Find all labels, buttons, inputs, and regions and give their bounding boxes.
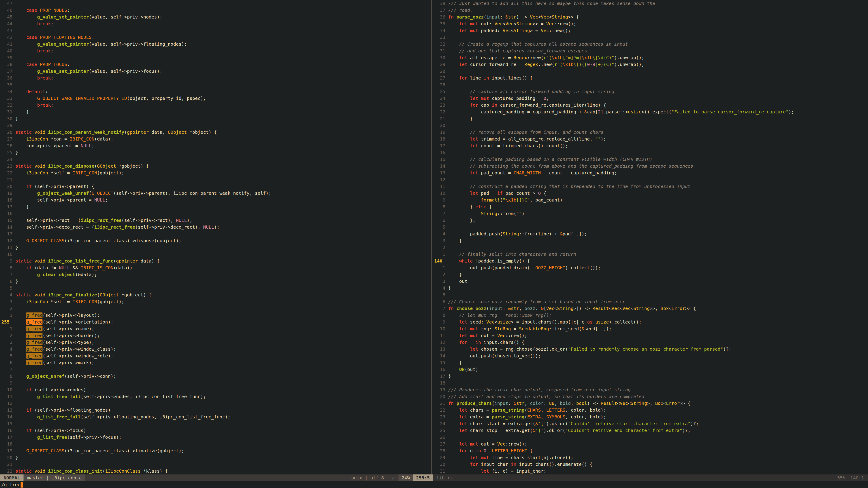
- code-line[interactable]: 2: [433, 244, 868, 251]
- code-line[interactable]: 7fn choose_oozz(input: &str, oozz: &[Vec…: [433, 305, 868, 312]
- code-line[interactable]: 21: [0, 176, 430, 183]
- code-line[interactable]: 19 g_object_weak_unref(G_OBJECT(self->pr…: [0, 190, 430, 197]
- code-line[interactable]: 18 let trimmed = all_escape_re.replace_a…: [433, 135, 868, 142]
- code-line[interactable]: 2 g_free(self->priv->border);: [0, 332, 430, 339]
- code-line[interactable]: 21fn produce_chars(input: &str, color: u…: [433, 400, 868, 407]
- code-line[interactable]: 23 for cap in cursor_forward_re.captures…: [433, 102, 868, 108]
- code-line[interactable]: 9static void i3ipc_con_list_free_func(gp…: [0, 258, 430, 264]
- code-line[interactable]: 46 case PROP_NODES:: [0, 7, 430, 13]
- code-line[interactable]: 36 break;: [0, 74, 430, 81]
- code-line[interactable]: 7: [0, 366, 430, 373]
- code-line[interactable]: 4static void i3ipc_con_finalize(GObject …: [0, 291, 430, 298]
- code-line[interactable]: 23 let extra = parse_string(EXTRA, SYMBO…: [433, 414, 868, 420]
- code-line[interactable]: 8 g_object_unref(self->priv->conn);: [0, 373, 430, 380]
- code-line[interactable]: 36fn parse_oozz(input: &str) -> Vec<Vec<…: [433, 13, 868, 20]
- code-pane-right[interactable]: 38/// Just wanted to add all this here s…: [433, 0, 868, 475]
- code-line[interactable]: 1 g_free(self->priv->layout);: [0, 312, 430, 319]
- code-line[interactable]: 10: [0, 251, 430, 258]
- code-line[interactable]: 23static void i3ipc_con_dispose(GObject …: [0, 163, 430, 169]
- code-line[interactable]: 9: [0, 380, 430, 386]
- code-line[interactable]: 24 let chars_start = extra.get(&'[').ok_…: [433, 420, 868, 427]
- code-line[interactable]: 43: [0, 27, 430, 34]
- code-line[interactable]: 40 break;: [0, 47, 430, 54]
- code-line[interactable]: 3 i3ipcCon *self = I3IPC_CON(gobject);: [0, 298, 430, 305]
- code-line[interactable]: 19/// Produces the final char output, co…: [433, 386, 868, 393]
- code-line[interactable]: 29 let cursor_forward_re = Regex::new(r"…: [433, 61, 868, 68]
- code-line[interactable]: 22 captured_padding = captured_padding +…: [433, 108, 868, 115]
- code-line[interactable]: 18: [433, 380, 868, 386]
- code-line[interactable]: 2: [0, 305, 430, 312]
- code-line[interactable]: 10 if (self->priv->nodes): [0, 386, 430, 393]
- code-line[interactable]: 11 let mut out = Vec::new();: [433, 332, 868, 339]
- command-line[interactable]: /g_free: [0, 481, 868, 488]
- code-line[interactable]: 39: [0, 54, 430, 61]
- code-line[interactable]: 15 self->priv->rect = (i3ipc_rect_free(s…: [0, 217, 430, 224]
- code-line[interactable]: 34 let mut padded: Vec<String> = Vec::ne…: [433, 27, 868, 34]
- code-line[interactable]: 22static void i3ipc_con_class_init(i3ipc…: [0, 468, 430, 475]
- code-line[interactable]: 33 G_OBJECT_WARN_INVALID_PROPERTY_ID(obj…: [0, 95, 430, 102]
- code-line[interactable]: 45 g_value_set_pointer(value, self->priv…: [0, 13, 430, 20]
- code-line[interactable]: 18: [0, 441, 430, 447]
- code-line[interactable]: 15 }: [433, 359, 868, 366]
- code-line[interactable]: 29: [0, 122, 430, 129]
- code-line[interactable]: 4 padded.push(String::from(line) + &pad[…: [433, 230, 868, 237]
- code-line[interactable]: 17 g_list_free(self->priv->focus);: [0, 434, 430, 441]
- code-line[interactable]: 20}: [0, 454, 430, 461]
- code-line[interactable]: 3 g_free(self->priv->type);: [0, 339, 430, 346]
- code-line[interactable]: 15: [0, 420, 430, 427]
- code-line[interactable]: 44 break;: [0, 20, 430, 27]
- code-line[interactable]: 22 let chars = parse_string(CHARS, LETTE…: [433, 407, 868, 414]
- code-line[interactable]: 6 };: [433, 217, 868, 224]
- code-line[interactable]: 12: [0, 400, 430, 407]
- code-line[interactable]: 20 if (self->priv->parent) {: [0, 183, 430, 190]
- code-line[interactable]: 27 for line in input.lines() {: [433, 74, 868, 81]
- code-line[interactable]: 13 let pad_count = CHAR_WIDTH - count - …: [433, 169, 868, 176]
- code-line[interactable]: 5 g_free(self->priv->window_role);: [0, 352, 430, 359]
- code-line[interactable]: 5: [433, 224, 868, 230]
- code-line[interactable]: 34 default:: [0, 88, 430, 95]
- code-line[interactable]: 5: [0, 285, 430, 291]
- code-line[interactable]: 140 while !padded.is_empty() {: [433, 258, 868, 264]
- code-line[interactable]: 4}: [433, 285, 868, 291]
- code-line[interactable]: 8 } else {: [433, 203, 868, 210]
- code-line[interactable]: 30}: [0, 115, 430, 122]
- code-line[interactable]: 17}: [433, 373, 868, 380]
- code-line[interactable]: 37 g_value_set_pointer(value, self->priv…: [0, 68, 430, 74]
- code-line[interactable]: 1 out.push(padded.drain(..OOZZ_HEIGHT).c…: [433, 264, 868, 271]
- code-line[interactable]: 6 g_free(self->priv->mark);: [0, 359, 430, 366]
- code-line[interactable]: 14 g_list_free_full(self->priv->floating…: [0, 414, 430, 420]
- code-line[interactable]: 28static void i3ipc_con_parent_weak_noti…: [0, 129, 430, 135]
- code-line[interactable]: 14 out.push(chosen.to_vec());: [433, 352, 868, 359]
- code-line[interactable]: 12: [433, 176, 868, 183]
- code-line[interactable]: 3 }: [433, 237, 868, 244]
- code-line[interactable]: 30 for input_char in input.chars().enume…: [433, 461, 868, 468]
- code-line[interactable]: 21 }: [433, 115, 868, 122]
- code-line[interactable]: 21: [0, 461, 430, 468]
- code-line[interactable]: 6}: [0, 278, 430, 285]
- code-line[interactable]: 11 g_list_free_full(self->priv->nodes, i…: [0, 393, 430, 400]
- code-line[interactable]: 12 for _ in input.chars() {: [433, 339, 868, 346]
- code-line[interactable]: 47: [0, 0, 430, 7]
- code-line[interactable]: 24: [0, 156, 430, 163]
- code-line[interactable]: 20/// Add start and end stops to output,…: [433, 393, 868, 400]
- code-line[interactable]: 10 let pad = if pad_count > 0 {: [433, 190, 868, 197]
- code-line[interactable]: 26: [433, 81, 868, 88]
- code-line[interactable]: 12 G_OBJECT_CLASS(i3ipc_con_parent_class…: [0, 237, 430, 244]
- code-line[interactable]: 6/// Choose some oozz randomly from a se…: [433, 298, 868, 305]
- code-line[interactable]: 27 let mut out = Vec::new();: [433, 441, 868, 447]
- code-line[interactable]: 9 let seed: Vec<usize> = input.chars().m…: [433, 319, 868, 325]
- code-line[interactable]: 1 // finally split into characters and r…: [433, 251, 868, 258]
- code-line[interactable]: 30 let all_escape_re = Regex::new(r"(\x1…: [433, 54, 868, 61]
- code-line[interactable]: 13 if (self->priv->floating_nodes): [0, 407, 430, 414]
- code-line[interactable]: 28: [433, 68, 868, 74]
- code-line[interactable]: 1 g_free(self->priv->name);: [0, 325, 430, 332]
- code-line[interactable]: 7 String::from(""): [433, 210, 868, 217]
- code-line[interactable]: 31 }: [0, 108, 430, 115]
- code-line[interactable]: 35 let mut out: Vec<Vec<String>> = Vec::…: [433, 20, 868, 27]
- code-line[interactable]: 31 let (i, c) = input_char;: [433, 468, 868, 475]
- code-line[interactable]: 42 case PROP_FLOATING_NODES:: [0, 34, 430, 41]
- code-line[interactable]: 35: [0, 81, 430, 88]
- code-line[interactable]: 16 Ok(out): [433, 366, 868, 373]
- code-line[interactable]: 28 for n in 0..LETTER_HEIGHT {: [433, 447, 868, 454]
- code-line[interactable]: 38/// Just wanted to add all this here s…: [433, 0, 868, 7]
